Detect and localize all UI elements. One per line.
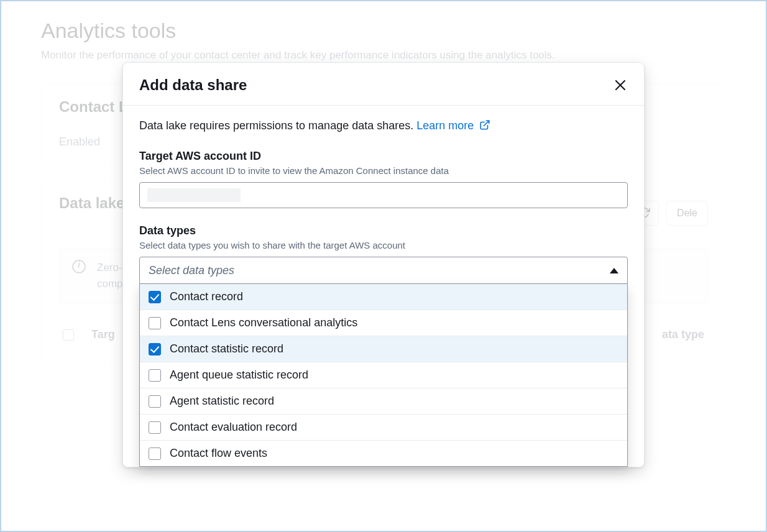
option-checkbox[interactable] [149, 447, 161, 460]
svg-line-2 [484, 121, 489, 126]
option-checkbox[interactable] [149, 395, 161, 408]
modal-overlay: Add data share Data lake requires permis… [1, 1, 766, 531]
option-label: Contact record [170, 290, 243, 303]
option-label: Contact statistic record [170, 342, 283, 355]
modal-header: Add data share [123, 63, 644, 106]
option-checkbox[interactable] [149, 369, 161, 382]
data-types-placeholder: Select data types [149, 264, 234, 277]
modal-title: Add data share [139, 76, 247, 94]
data-types-label: Data types [139, 224, 628, 237]
option-label: Agent statistic record [170, 395, 274, 408]
modal-body: Data lake requires permissions to manage… [123, 106, 644, 467]
data-type-option[interactable]: Agent queue statistic record [140, 362, 627, 388]
target-account-redacted [147, 188, 241, 202]
close-icon [613, 78, 628, 93]
learn-more-label: Learn more [416, 119, 474, 132]
external-link-icon [479, 119, 490, 131]
data-type-option[interactable]: Agent statistic record [140, 388, 627, 415]
learn-more-link[interactable]: Learn more [416, 119, 490, 132]
permissions-line: Data lake requires permissions to manage… [139, 119, 628, 132]
data-type-option[interactable]: Contact flow events [140, 441, 627, 466]
close-button[interactable] [613, 78, 628, 93]
option-label: Contact evaluation record [170, 421, 297, 434]
caret-up-icon [610, 268, 618, 273]
option-checkbox[interactable] [149, 317, 161, 329]
data-types-dropdown: Contact recordContact Lens conversationa… [139, 284, 628, 467]
option-label: Agent queue statistic record [170, 369, 308, 382]
target-account-help: Select AWS account ID to invite to view … [139, 165, 628, 176]
data-type-option[interactable]: Contact evaluation record [140, 415, 627, 441]
data-type-option[interactable]: Contact statistic record [140, 336, 627, 362]
option-label: Contact Lens conversational analytics [170, 316, 357, 329]
data-types-select-trigger[interactable]: Select data types [139, 257, 628, 284]
target-account-label: Target AWS account ID [139, 150, 628, 163]
option-checkbox[interactable] [149, 291, 161, 303]
data-types-help: Select data types you wish to share with… [139, 240, 628, 250]
data-type-option[interactable]: Contact Lens conversational analytics [140, 310, 627, 336]
option-label: Contact flow events [170, 447, 267, 460]
option-checkbox[interactable] [149, 421, 161, 434]
permissions-text: Data lake requires permissions to manage… [139, 119, 416, 132]
add-data-share-modal: Add data share Data lake requires permis… [122, 62, 645, 467]
data-type-option[interactable]: Contact record [140, 284, 627, 310]
target-account-input[interactable] [139, 182, 628, 208]
option-checkbox[interactable] [149, 343, 161, 355]
